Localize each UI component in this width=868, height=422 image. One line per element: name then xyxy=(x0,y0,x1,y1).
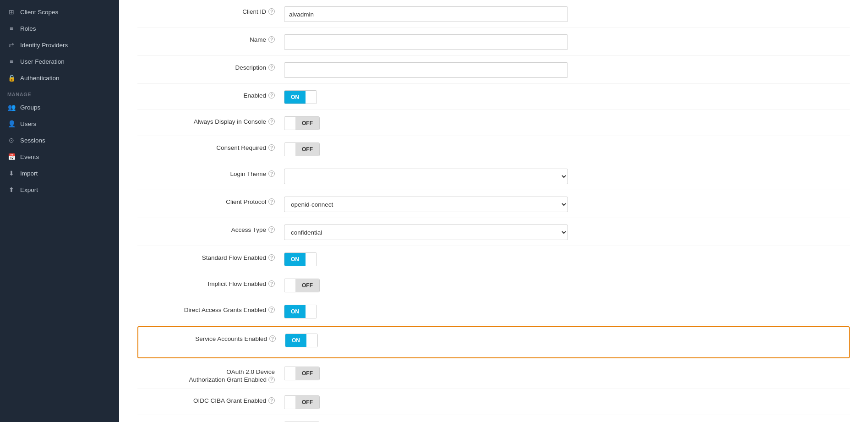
sidebar-item-label: Client Scopes xyxy=(20,9,58,16)
standard-flow-control: ON xyxy=(284,252,850,266)
sidebar-item-label: Sessions xyxy=(20,137,45,144)
client-id-input[interactable] xyxy=(284,6,568,22)
always-display-help-icon[interactable]: ? xyxy=(268,118,275,125)
oauth-device-help-icon[interactable]: ? xyxy=(268,377,275,383)
oauth-device-toggle-on xyxy=(284,367,295,380)
direct-access-toggle-off xyxy=(306,305,317,318)
implicit-flow-row: Implicit Flow Enabled ? OFF xyxy=(137,272,850,298)
implicit-flow-toggle-on xyxy=(284,279,295,292)
standard-flow-label: Standard Flow Enabled ? xyxy=(137,252,284,261)
access-type-select[interactable]: confidential public bearer-only xyxy=(284,225,568,240)
sidebar-item-label: Groups xyxy=(20,104,40,111)
direct-access-toggle-on: ON xyxy=(284,305,306,318)
name-row: Name ? xyxy=(137,28,850,56)
service-accounts-label: Service Accounts Enabled ? xyxy=(138,333,285,342)
implicit-flow-toggle[interactable]: OFF xyxy=(284,279,320,292)
sidebar-item-sessions[interactable]: ⊙ Sessions xyxy=(0,132,119,148)
implicit-flow-toggle-off: OFF xyxy=(295,279,319,292)
client-id-help-icon[interactable]: ? xyxy=(268,8,275,15)
consent-required-control: OFF xyxy=(284,142,850,156)
sidebar-item-export[interactable]: ⬆ Export xyxy=(0,181,119,198)
standard-flow-row: Standard Flow Enabled ? ON xyxy=(137,246,850,272)
sidebar: ⊞ Client Scopes ≡ Roles ⇄ Identity Provi… xyxy=(0,0,119,422)
consent-required-help-icon[interactable]: ? xyxy=(268,144,275,151)
service-accounts-row: Service Accounts Enabled ? ON xyxy=(138,331,849,354)
consent-required-toggle[interactable]: OFF xyxy=(284,142,320,156)
enabled-label: Enabled ? xyxy=(137,89,284,99)
name-help-icon[interactable]: ? xyxy=(268,36,275,43)
name-label: Name ? xyxy=(137,33,284,43)
description-input[interactable] xyxy=(284,62,568,78)
implicit-flow-label: Implicit Flow Enabled ? xyxy=(137,278,284,287)
service-accounts-highlighted: Service Accounts Enabled ? ON xyxy=(137,326,850,358)
direct-access-help-icon[interactable]: ? xyxy=(268,307,275,313)
service-accounts-help-icon[interactable]: ? xyxy=(269,335,276,342)
sidebar-item-authentication[interactable]: 🔒 Authentication xyxy=(0,70,119,86)
client-protocol-select[interactable]: openid-connect saml xyxy=(284,197,568,212)
sessions-icon: ⊙ xyxy=(7,136,16,144)
consent-required-toggle-on xyxy=(284,143,295,156)
roles-icon: ≡ xyxy=(7,24,16,33)
consent-required-row: Consent Required ? OFF xyxy=(137,136,850,162)
service-accounts-toggle[interactable]: ON xyxy=(285,334,318,347)
access-type-help-icon[interactable]: ? xyxy=(268,226,275,233)
enabled-toggle-off xyxy=(306,91,317,104)
enabled-control: ON xyxy=(284,89,850,104)
authentication-icon: 🔒 xyxy=(7,74,16,82)
sidebar-item-client-scopes[interactable]: ⊞ Client Scopes xyxy=(0,4,119,20)
oidc-ciba-row: OIDC CIBA Grant Enabled ? OFF xyxy=(137,389,850,415)
standard-flow-toggle[interactable]: ON xyxy=(284,252,317,266)
sidebar-item-label: Import xyxy=(20,170,38,177)
sidebar-item-users[interactable]: 👤 Users xyxy=(0,115,119,132)
always-display-toggle-off: OFF xyxy=(295,117,319,130)
oidc-ciba-control: OFF xyxy=(284,395,850,409)
service-accounts-toggle-off xyxy=(306,334,317,347)
always-display-toggle-on xyxy=(284,117,295,130)
enabled-help-icon[interactable]: ? xyxy=(268,92,275,99)
implicit-flow-control: OFF xyxy=(284,278,850,292)
client-protocol-control: openid-connect saml xyxy=(284,196,850,212)
always-display-toggle[interactable]: OFF xyxy=(284,116,320,130)
sidebar-item-import[interactable]: ⬇ Import xyxy=(0,165,119,181)
access-type-label: Access Type ? xyxy=(137,224,284,233)
implicit-flow-help-icon[interactable]: ? xyxy=(268,280,275,287)
oauth-device-toggle[interactable]: OFF xyxy=(284,367,320,380)
login-theme-control xyxy=(284,168,850,184)
sidebar-item-label: Export xyxy=(20,186,38,193)
login-theme-row: Login Theme ? xyxy=(137,162,850,190)
oidc-ciba-help-icon[interactable]: ? xyxy=(268,397,275,404)
oauth-device-row: OAuth 2.0 Device OAuth 2.0 Device Author… xyxy=(137,360,850,389)
description-row: Description ? xyxy=(137,56,850,84)
always-display-control: OFF xyxy=(284,115,850,130)
export-icon: ⬆ xyxy=(7,186,16,194)
oidc-ciba-toggle-off: OFF xyxy=(295,396,319,409)
sidebar-item-label: User Federation xyxy=(20,58,65,65)
description-control xyxy=(284,61,850,78)
standard-flow-toggle-off xyxy=(306,253,317,266)
standard-flow-toggle-on: ON xyxy=(284,253,306,266)
sidebar-item-roles[interactable]: ≡ Roles xyxy=(0,20,119,37)
name-control xyxy=(284,33,850,50)
standard-flow-help-icon[interactable]: ? xyxy=(268,254,275,261)
enabled-toggle-on: ON xyxy=(284,91,306,104)
events-icon: 📅 xyxy=(7,153,16,161)
sidebar-item-events[interactable]: 📅 Events xyxy=(0,148,119,165)
sidebar-item-identity-providers[interactable]: ⇄ Identity Providers xyxy=(0,37,119,53)
oidc-ciba-toggle[interactable]: OFF xyxy=(284,395,320,409)
service-accounts-toggle-on: ON xyxy=(285,334,306,347)
sidebar-item-groups[interactable]: 👥 Groups xyxy=(0,99,119,115)
client-protocol-row: Client Protocol ? openid-connect saml xyxy=(137,190,850,218)
login-theme-select[interactable] xyxy=(284,169,568,184)
description-help-icon[interactable]: ? xyxy=(268,64,275,71)
client-scopes-icon: ⊞ xyxy=(7,8,16,16)
client-protocol-help-icon[interactable]: ? xyxy=(268,198,275,205)
direct-access-toggle[interactable]: ON xyxy=(284,305,317,318)
sidebar-item-user-federation[interactable]: ≡ User Federation xyxy=(0,53,119,70)
login-theme-help-icon[interactable]: ? xyxy=(268,170,275,177)
direct-access-control: ON xyxy=(284,304,850,318)
name-input[interactable] xyxy=(284,34,568,50)
oauth-device-toggle-off: OFF xyxy=(295,367,319,380)
oauth-device-control: OFF xyxy=(284,366,850,380)
login-theme-label: Login Theme ? xyxy=(137,168,284,177)
enabled-toggle[interactable]: ON xyxy=(284,90,317,104)
